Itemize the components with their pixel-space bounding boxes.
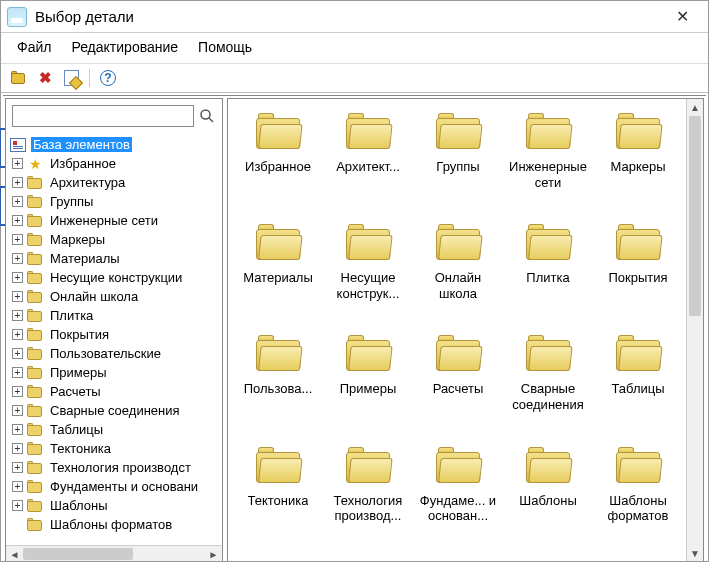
expand-toggle[interactable]: +	[12, 177, 23, 188]
tree-item[interactable]: +Инженерные сети	[8, 211, 220, 230]
side-handles	[0, 128, 3, 244]
tree-item[interactable]: +Примеры	[8, 363, 220, 382]
grid-vscrollbar[interactable]: ▲ ▼	[686, 99, 703, 562]
tree-item[interactable]: +Группы	[8, 192, 220, 211]
expand-toggle[interactable]: +	[12, 462, 23, 473]
tree-item[interactable]: +Таблицы	[8, 420, 220, 439]
folder-item[interactable]: Онлайн школа	[414, 224, 502, 301]
scroll-thumb[interactable]	[689, 116, 701, 316]
tree-hscrollbar[interactable]: ◄ ►	[6, 545, 222, 562]
folder-grid: ИзбранноеАрхитект...ГруппыИнженерные сет…	[234, 113, 680, 524]
folder-label: Сварные соединения	[505, 381, 591, 412]
tree-item[interactable]: +Архитектура	[8, 173, 220, 192]
star-icon: ★	[27, 156, 43, 172]
folder-item[interactable]: Несущие конструк...	[324, 224, 412, 301]
tree-item-label: Архитектура	[48, 175, 127, 190]
folder-item[interactable]: Архитект...	[324, 113, 412, 190]
expand-toggle[interactable]: +	[12, 424, 23, 435]
expand-toggle[interactable]: +	[12, 481, 23, 492]
folder-item[interactable]: Примеры	[324, 335, 412, 412]
tree-item[interactable]: +Покрытия	[8, 325, 220, 344]
tree-item[interactable]: +Расчеты	[8, 382, 220, 401]
folder-item[interactable]: Таблицы	[594, 335, 682, 412]
folder-label: Архитект...	[336, 159, 400, 175]
tree-item[interactable]: +Технология производст	[8, 458, 220, 477]
folder-icon	[27, 195, 43, 208]
expand-toggle[interactable]: +	[12, 329, 23, 340]
folder-label: Шаблоны форматов	[595, 493, 681, 524]
folder-item[interactable]: Маркеры	[594, 113, 682, 190]
folder-icon	[27, 214, 43, 227]
folder-item[interactable]: Группы	[414, 113, 502, 190]
folder-item[interactable]: Тектоника	[234, 447, 322, 524]
toolbar-delete-button[interactable]: ✖	[35, 68, 55, 88]
expand-toggle[interactable]: +	[12, 234, 23, 245]
tree-item[interactable]: +★Избранное	[8, 154, 220, 173]
folder-item[interactable]: Шаблоны форматов	[594, 447, 682, 524]
tree-item-label: Расчеты	[48, 384, 103, 399]
expand-toggle[interactable]: +	[12, 443, 23, 454]
folder-item[interactable]: Фундаме... и основан...	[414, 447, 502, 524]
tree-item[interactable]: +Плитка	[8, 306, 220, 325]
folder-icon	[27, 328, 43, 341]
toolbar-help-button[interactable]: ?	[98, 68, 118, 88]
tree-root[interactable]: База элементов	[8, 135, 220, 154]
folder-item[interactable]: Избранное	[234, 113, 322, 190]
tree-item-label: Инженерные сети	[48, 213, 160, 228]
expand-toggle[interactable]: +	[12, 215, 23, 226]
tree-item[interactable]: +Маркеры	[8, 230, 220, 249]
search-button[interactable]	[198, 107, 216, 125]
tree-item[interactable]: +Несущие конструкции	[8, 268, 220, 287]
scroll-up-button[interactable]: ▲	[687, 99, 703, 116]
toolbar-edit-button[interactable]	[61, 68, 81, 88]
tree-item[interactable]: +Шаблоны форматов	[8, 515, 220, 534]
expand-toggle[interactable]: +	[12, 386, 23, 397]
tree-item-label: Покрытия	[48, 327, 111, 342]
folder-icon	[616, 224, 660, 260]
scroll-down-button[interactable]: ▼	[687, 545, 703, 562]
tree-item[interactable]: +Онлайн школа	[8, 287, 220, 306]
folder-item[interactable]: Технология производ...	[324, 447, 412, 524]
expand-toggle[interactable]: +	[12, 158, 23, 169]
menu-help[interactable]: Помощь	[190, 37, 260, 57]
grid-scroll-area[interactable]: ИзбранноеАрхитект...ГруппыИнженерные сет…	[228, 99, 686, 562]
folder-item[interactable]: Инженерные сети	[504, 113, 592, 190]
tree-view[interactable]: База элементов+★Избранное+Архитектура+Гр…	[6, 133, 222, 545]
svg-line-1	[209, 118, 213, 122]
expand-toggle[interactable]: +	[12, 291, 23, 302]
expand-toggle[interactable]: +	[12, 405, 23, 416]
expand-toggle[interactable]: +	[12, 310, 23, 321]
tree-item[interactable]: +Тектоника	[8, 439, 220, 458]
menu-edit[interactable]: Редактирование	[63, 37, 186, 57]
menu-file[interactable]: Файл	[9, 37, 59, 57]
folder-item[interactable]: Материалы	[234, 224, 322, 301]
expand-toggle[interactable]: +	[12, 367, 23, 378]
scroll-thumb[interactable]	[23, 548, 133, 560]
expand-toggle[interactable]: +	[12, 348, 23, 359]
tree-item[interactable]: +Материалы	[8, 249, 220, 268]
folder-item[interactable]: Покрытия	[594, 224, 682, 301]
scroll-right-button[interactable]: ►	[205, 546, 222, 562]
expand-toggle[interactable]: +	[12, 272, 23, 283]
close-button[interactable]: ✕	[662, 7, 702, 26]
window-title: Выбор детали	[35, 8, 662, 25]
tree-item[interactable]: +Шаблоны	[8, 496, 220, 515]
folder-icon	[436, 447, 480, 483]
folder-item[interactable]: Плитка	[504, 224, 592, 301]
expand-toggle[interactable]: +	[12, 253, 23, 264]
expand-toggle[interactable]: +	[12, 500, 23, 511]
folder-item[interactable]: Расчеты	[414, 335, 502, 412]
search-input[interactable]	[12, 105, 194, 127]
folder-icon	[27, 461, 43, 474]
tree-item[interactable]: +Сварные соединения	[8, 401, 220, 420]
tree-item[interactable]: +Пользовательские	[8, 344, 220, 363]
folder-item[interactable]: Пользова...	[234, 335, 322, 412]
scroll-left-button[interactable]: ◄	[6, 546, 23, 562]
folder-label: Избранное	[245, 159, 311, 175]
tree-item[interactable]: +Фундаменты и основани	[8, 477, 220, 496]
folder-item[interactable]: Сварные соединения	[504, 335, 592, 412]
folder-item[interactable]: Шаблоны	[504, 447, 592, 524]
folder-icon	[256, 113, 300, 149]
toolbar-open-button[interactable]	[9, 68, 29, 88]
expand-toggle[interactable]: +	[12, 196, 23, 207]
